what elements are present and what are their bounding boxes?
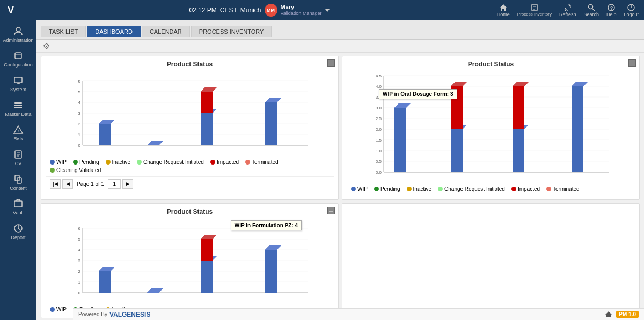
city: Munich: [240, 6, 261, 14]
svg-text:5: 5: [78, 90, 80, 94]
filter-icon[interactable]: ⚙: [41, 40, 52, 53]
sidebar-item-vault[interactable]: Vault: [0, 195, 36, 219]
nav-refresh[interactable]: Refresh: [559, 4, 576, 17]
sidebar: Administration Configuration System Mast…: [0, 20, 36, 320]
sidebar-item-cv[interactable]: CV: [0, 146, 36, 169]
chevron-down-icon: [325, 8, 330, 13]
svg-rect-105: [513, 129, 524, 172]
top-bar: V 02:12 PM CEST Munich MM Mary Validatio…: [0, 0, 644, 20]
user-name: Mary: [281, 4, 322, 11]
dashboard: Product Status Count 6 5 4: [36, 53, 644, 320]
chart-panel-bottom-right: [342, 203, 640, 310]
bar-chart-bottom-left: Count 6 5 4 3 2 1 0: [61, 218, 319, 303]
svg-text:2.5: 2.5: [375, 116, 382, 121]
bar-chart-top-right: Count 4.5 4.0 3.5 3.0 2.5: [362, 70, 620, 183]
home-icon-footer[interactable]: [604, 310, 613, 319]
svg-text:1.5: 1.5: [375, 138, 382, 143]
minimize-button-top-right[interactable]: [628, 59, 636, 67]
svg-text:1: 1: [78, 280, 80, 285]
tab-calendar[interactable]: CALENDAR: [142, 26, 190, 37]
svg-marker-3: [500, 4, 507, 11]
tab-process-inventory[interactable]: PROCESS INVENTORY: [191, 26, 272, 37]
svg-text:4.0: 4.0: [375, 84, 382, 89]
svg-marker-141: [201, 235, 217, 239]
svg-text:3.0: 3.0: [375, 106, 382, 110]
footer-brand: Powered By VALGENESIS: [78, 311, 150, 318]
svg-text:5: 5: [78, 237, 80, 242]
svg-text:2: 2: [78, 269, 80, 274]
svg-text:6: 6: [78, 226, 80, 231]
chart-svg-bottom-left: WIP in Formulation PZ: 4 Count 6 5 4 3 2: [46, 218, 334, 303]
chart-title-top-right: Product Status: [347, 61, 635, 68]
svg-rect-94: [394, 108, 406, 172]
chart-title-bottom-left: Product Status: [46, 208, 334, 215]
user-role: Validation Manager: [281, 11, 322, 17]
sidebar-item-masterdata[interactable]: Master Data: [0, 96, 36, 120]
main-content: TASK LIST DASHBOARD CALENDAR PROCESS INV…: [36, 20, 644, 320]
sidebar-item-administration[interactable]: Administration: [0, 23, 36, 46]
svg-marker-93: [394, 103, 411, 108]
sidebar-item-system[interactable]: System: [0, 72, 36, 95]
sidebar-item-content[interactable]: Content: [0, 170, 36, 194]
svg-marker-8: [569, 4, 571, 6]
next-page-btn[interactable]: ▶: [122, 179, 133, 189]
chart-panel-top-left: Product Status Count 6 5 4: [41, 56, 339, 200]
pagination-top-left: |◀ ◀ Page 1 of 1 ▶: [46, 176, 334, 191]
tab-dashboard[interactable]: DASHBOARD: [87, 26, 141, 37]
legend-wip-bl: WIP: [50, 307, 67, 312]
svg-marker-2: [325, 9, 330, 12]
legend-inactive: Inactive: [106, 159, 130, 165]
legend-cleaning-validated: Cleaning Validated: [50, 167, 101, 173]
nav-search[interactable]: Search: [583, 4, 599, 17]
svg-rect-17: [15, 53, 21, 59]
svg-marker-135: [147, 288, 163, 293]
svg-text:2.0: 2.0: [375, 127, 382, 132]
page-input[interactable]: [108, 179, 121, 189]
top-bar-left: V: [5, 2, 23, 19]
svg-text:4: 4: [78, 248, 80, 252]
svg-rect-61: [201, 113, 213, 145]
svg-text:0: 0: [78, 291, 80, 295]
legend-change-request-r: Change Request Initiated: [438, 186, 505, 192]
svg-marker-111: [572, 82, 588, 86]
svg-rect-22: [14, 102, 22, 104]
svg-rect-98: [451, 129, 463, 172]
nav-process-inventory[interactable]: Process Inventory: [517, 4, 552, 17]
legend-impacted-r: Impacted: [511, 186, 540, 192]
minimize-button-bottom-left[interactable]: [327, 207, 335, 214]
svg-text:4.5: 4.5: [375, 73, 382, 78]
tab-task-list[interactable]: TASK LIST: [41, 26, 86, 37]
bottom-right-placeholder: [347, 208, 635, 229]
nav-help[interactable]: ? Help: [606, 4, 617, 17]
svg-rect-112: [572, 86, 583, 172]
svg-text:6: 6: [78, 79, 80, 84]
svg-rect-132: [99, 271, 111, 293]
legend-inactive-r: Inactive: [407, 186, 431, 192]
svg-marker-52: [99, 120, 115, 124]
svg-rect-146: [265, 250, 277, 293]
current-time: 02:12 PM: [189, 6, 216, 14]
sidebar-item-risk[interactable]: ! Risk: [0, 121, 36, 145]
nav-home[interactable]: Home: [497, 4, 510, 17]
svg-rect-53: [99, 124, 111, 145]
legend-change-request: Change Request Initiated: [137, 159, 204, 165]
filter-bar: ⚙: [36, 40, 644, 53]
svg-rect-142: [201, 239, 213, 261]
tab-bar: TASK LIST DASHBOARD CALENDAR PROCESS INV…: [36, 20, 644, 40]
minimize-button-top-left[interactable]: [327, 59, 335, 67]
svg-rect-108: [513, 86, 524, 129]
svg-text:3: 3: [78, 111, 80, 116]
prev-page-btn[interactable]: ◀: [62, 179, 73, 189]
sidebar-item-configuration[interactable]: Configuration: [0, 47, 36, 71]
legend-pending-r: Pending: [374, 186, 400, 192]
legend-wip-r: WIP: [351, 186, 368, 192]
nav-logout[interactable]: Logout: [624, 4, 639, 17]
first-page-btn[interactable]: |◀: [50, 179, 61, 189]
legend-impacted: Impacted: [210, 159, 239, 165]
svg-text:!: !: [18, 129, 19, 133]
sidebar-item-report[interactable]: Report: [0, 220, 36, 243]
svg-rect-68: [265, 102, 277, 145]
pm-version-badge: PM 1.0: [616, 311, 639, 318]
top-bar-time: 02:12 PM CEST Munich MM Mary Validation …: [189, 4, 330, 17]
page-info: Page 1 of 1: [75, 181, 106, 187]
